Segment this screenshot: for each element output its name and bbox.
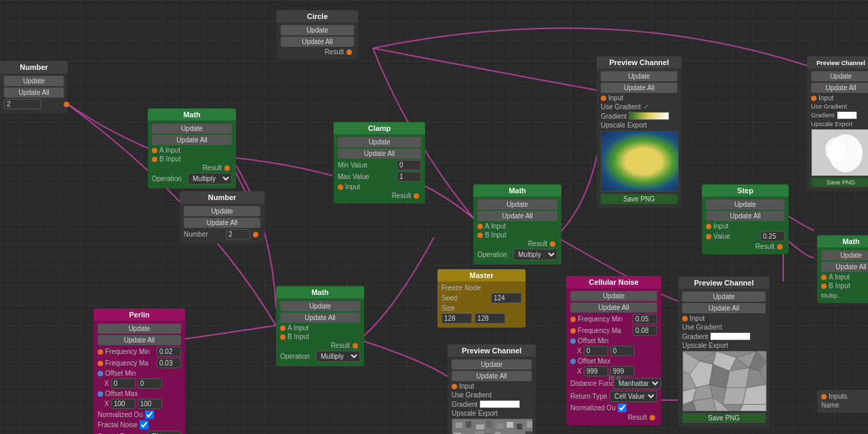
svg-rect-9 xyxy=(517,424,522,429)
perlin-freqmin-input[interactable] xyxy=(157,347,181,357)
preview2-gradient-swatch[interactable] xyxy=(837,111,857,119)
preview3-header: Preview Channel xyxy=(448,344,536,357)
preview1-update-all-btn[interactable]: Update All xyxy=(601,83,677,93)
preview3-gradient-swatch[interactable] xyxy=(479,400,520,408)
preview1-update-btn[interactable]: Update xyxy=(601,71,677,81)
master-seed-input[interactable] xyxy=(491,293,521,303)
circle-update-btn[interactable]: Update xyxy=(281,25,354,35)
number1-update-btn[interactable]: Update xyxy=(4,76,64,86)
cellular-returntype-select[interactable]: Cell Value Distance xyxy=(610,391,657,402)
perlin-node: Perlin Update Update All Frequency Min F… xyxy=(94,309,185,434)
math1-update-all-btn[interactable]: Update All xyxy=(152,135,232,145)
partial-inputs-label: Inputs xyxy=(829,393,847,400)
math4-node: Math Update Update All A Input B Input M… xyxy=(817,235,868,303)
cellular-freqmin-input[interactable] xyxy=(633,314,657,324)
preview1-node: Preview Channel Update Update All Input … xyxy=(597,56,682,208)
cellular-distfunc-label: Distance Func xyxy=(570,380,614,387)
number1-value[interactable] xyxy=(4,99,41,109)
perlin-header: Perlin xyxy=(94,309,185,321)
perlin-norm-check[interactable] xyxy=(145,410,154,419)
clamp-max-input[interactable] xyxy=(397,172,421,182)
master-y-input[interactable] xyxy=(475,313,505,323)
cellular-freqmax-input[interactable] xyxy=(633,326,657,336)
math1-operation-select[interactable]: Multiply Add Subtract xyxy=(188,173,232,184)
master-x-input[interactable] xyxy=(441,313,472,323)
math1-a-label: A Input xyxy=(159,146,180,154)
svg-rect-18 xyxy=(526,431,532,434)
preview4-update-all-btn[interactable]: Update All xyxy=(682,303,766,313)
clamp-node: Clamp Update Update All Min Value Max Va… xyxy=(334,122,425,203)
cellular-returntype-label: Return Type xyxy=(570,393,610,400)
math2-operation-select[interactable]: Multiply Add xyxy=(513,249,557,260)
perlin-offmax-x[interactable] xyxy=(111,399,136,409)
svg-point-1 xyxy=(825,138,846,162)
cellular-norm-check[interactable] xyxy=(618,403,627,412)
math3-title: Math xyxy=(311,288,329,296)
math1-result-label: Result xyxy=(203,164,222,172)
perlin-freqmax-input[interactable] xyxy=(157,358,181,368)
step-update-all-btn[interactable]: Update All xyxy=(706,211,785,221)
math3-operation-select[interactable]: Multiply Add xyxy=(316,351,360,362)
cellular-update-all-btn[interactable]: Update All xyxy=(570,302,657,313)
cellular-offmin-y[interactable] xyxy=(610,346,635,356)
preview2-input-label: Input xyxy=(818,94,833,102)
svg-rect-8 xyxy=(507,422,513,428)
preview4-update-btn[interactable]: Update xyxy=(682,292,766,302)
number2-update-all-btn[interactable]: Update All xyxy=(184,218,260,228)
clamp-update-all-btn[interactable]: Update All xyxy=(338,149,421,159)
preview2-update-btn[interactable]: Update xyxy=(811,71,868,81)
number1-header: Number xyxy=(0,61,68,73)
master-header: Master xyxy=(437,269,526,281)
math3-header: Math xyxy=(276,286,364,298)
preview3-update-all-btn[interactable]: Update All xyxy=(452,371,532,381)
math1-update-btn[interactable]: Update xyxy=(152,123,232,134)
preview1-title: Preview Channel xyxy=(609,58,669,66)
perlin-update-all-btn[interactable]: Update All xyxy=(98,335,181,345)
preview1-gradient-label: Use Gradient xyxy=(601,103,641,111)
cellular-offmax-label: Offset Max xyxy=(578,357,657,365)
circle-update-all-btn[interactable]: Update All xyxy=(281,37,354,47)
cellular-header: Cellular Noise xyxy=(566,276,661,288)
clamp-update-btn[interactable]: Update xyxy=(338,137,421,147)
perlin-offmin-y[interactable] xyxy=(138,378,162,389)
math2-b-label: B Input xyxy=(485,231,507,239)
number1-update-all-btn[interactable]: Update All xyxy=(4,87,64,98)
number2-update-btn[interactable]: Update xyxy=(184,206,260,216)
preview2-grad-label: Gradient xyxy=(811,112,835,119)
number2-value[interactable] xyxy=(226,229,250,239)
clamp-min-input[interactable] xyxy=(397,160,421,170)
preview4-gradient-swatch[interactable] xyxy=(710,332,751,340)
step-update-btn[interactable]: Update xyxy=(706,199,785,210)
preview4-save-btn[interactable]: Save PNG xyxy=(682,413,766,423)
preview3-update-btn[interactable]: Update xyxy=(452,359,532,370)
math3-b-port xyxy=(280,334,285,340)
math3-b-label: B Input xyxy=(288,333,309,340)
math2-update-btn[interactable]: Update xyxy=(477,199,557,210)
circle-title: Circle xyxy=(307,12,328,20)
perlin-offmax-y[interactable] xyxy=(138,399,162,409)
math4-update-btn[interactable]: Update xyxy=(821,250,868,260)
preview1-save-btn[interactable]: Save PNG xyxy=(601,194,677,204)
preview1-gradient-swatch[interactable] xyxy=(629,112,669,120)
circle-result-port xyxy=(347,50,352,55)
perlin-update-btn[interactable]: Update xyxy=(98,323,181,334)
perlin-offmin-x[interactable] xyxy=(111,378,136,389)
cellular-distfunc-select[interactable]: Manhattan Euclidean xyxy=(614,378,661,389)
step-value-label: Value xyxy=(713,233,760,240)
math3-update-btn[interactable]: Update xyxy=(280,301,360,311)
cellular-offmin-x[interactable] xyxy=(584,346,608,356)
cellular-update-btn[interactable]: Update xyxy=(570,291,657,301)
svg-marker-32 xyxy=(723,388,746,405)
math2-update-all-btn[interactable]: Update All xyxy=(477,211,557,221)
preview2-update-all-btn[interactable]: Update All xyxy=(811,83,868,93)
step-value-input[interactable] xyxy=(760,231,785,241)
preview3-grad-label: Gradient xyxy=(452,401,477,408)
cellular-offmax-x[interactable] xyxy=(584,366,608,376)
perlin-offmax-port xyxy=(98,391,103,397)
perlin-fractaltype-select[interactable]: Ridged FBm xyxy=(147,431,181,434)
math3-update-all-btn[interactable]: Update All xyxy=(280,313,360,323)
partial-name-label: Name xyxy=(821,401,840,409)
perlin-fractal-check[interactable] xyxy=(140,420,149,429)
preview2-save-btn[interactable]: Save PNG xyxy=(811,178,868,187)
math4-update-all-btn[interactable]: Update All xyxy=(821,262,868,272)
